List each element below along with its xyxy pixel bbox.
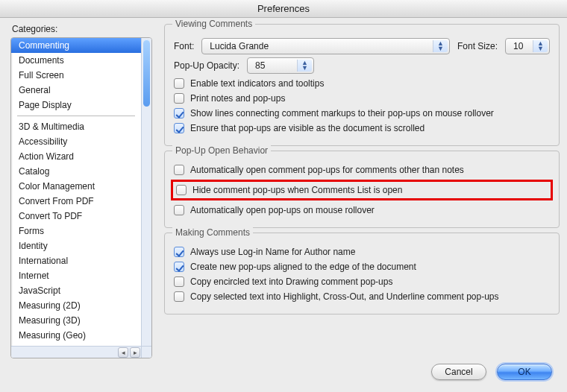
window-body: Categories: CommentingDocumentsFull Scre…: [0, 18, 567, 358]
checkbox-label: Hide comment pop-ups when Comments List …: [192, 185, 402, 195]
checkbox-label: Print notes and pop-ups: [190, 93, 285, 104]
checkbox-icon: [174, 165, 184, 175]
checkbox-label: Automatically open pop-ups on mouse roll…: [190, 205, 375, 215]
sidebar-item[interactable]: Measuring (3D): [11, 313, 141, 328]
checkbox-hide-when-list-open[interactable]: Hide comment pop-ups when Comments List …: [176, 185, 548, 195]
list-separator: [17, 116, 135, 116]
checkbox-icon: [174, 78, 184, 89]
viewing-comments-title: Viewing Comments: [172, 19, 255, 29]
vertical-scrollbar[interactable]: [141, 38, 151, 346]
window-title: Preferences: [0, 0, 567, 18]
horizontal-scrollbar[interactable]: ◂ ▸: [11, 346, 141, 358]
categories-listbox: CommentingDocumentsFull ScreenGeneralPag…: [10, 37, 152, 358]
sidebar-item[interactable]: Catalog: [11, 164, 141, 179]
sidebar-item[interactable]: Convert From PDF: [11, 194, 141, 209]
checkbox-ensure-visible[interactable]: Ensure that pop-ups are visible as the d…: [174, 123, 550, 133]
checkbox-auto-open-other[interactable]: Automatically open comment pop-ups for c…: [174, 165, 550, 175]
scroll-left-button[interactable]: ◂: [118, 347, 128, 358]
ok-button[interactable]: OK: [497, 364, 552, 380]
sidebar-item[interactable]: Page Display: [11, 98, 141, 113]
scroll-corner: [141, 346, 151, 358]
font-select[interactable]: Lucida Grande ▲▼: [201, 38, 450, 54]
sidebar-item[interactable]: Color Management: [11, 179, 141, 194]
making-comments-title: Making Comments: [172, 227, 253, 238]
checkbox-align-edge[interactable]: Create new pop-ups aligned to the edge o…: [174, 262, 550, 272]
sidebar-item[interactable]: Forms: [11, 224, 141, 238]
font-size-select[interactable]: 10 ▲▼: [505, 38, 550, 54]
sidebar-item[interactable]: Measuring (Geo): [11, 328, 141, 343]
sidebar-item[interactable]: JavaScript: [11, 283, 141, 298]
checkbox-icon: [176, 185, 187, 195]
checkbox-icon: [174, 262, 184, 272]
checkbox-label: Show lines connecting comment markups to…: [190, 108, 494, 118]
popup-behavior-title: Pop-Up Open Behavior: [172, 145, 271, 156]
popup-behavior-group: Pop-Up Open Behavior Automatically open …: [164, 151, 560, 228]
cancel-button[interactable]: Cancel: [431, 364, 486, 380]
font-select-value: Lucida Grande: [210, 41, 269, 51]
checkbox-label: Create new pop-ups aligned to the edge o…: [190, 262, 416, 272]
font-size-value: 10: [513, 41, 523, 51]
sidebar-item[interactable]: Action Wizard: [11, 149, 141, 164]
checkbox-auto-open-rollover[interactable]: Automatically open pop-ups on mouse roll…: [174, 205, 550, 215]
categories-column: Categories: CommentingDocumentsFull Scre…: [10, 24, 152, 358]
checkbox-icon: [174, 247, 184, 257]
checkbox-copy-selected[interactable]: Copy selected text into Highlight, Cross…: [174, 291, 550, 302]
checkbox-label: Automatically open comment pop-ups for c…: [190, 165, 464, 175]
sidebar-item[interactable]: Accessibility: [11, 134, 141, 149]
dialog-footer: Cancel OK: [0, 358, 567, 392]
highlighted-option: Hide comment pop-ups when Comments List …: [171, 180, 553, 200]
checkbox-copy-encircled[interactable]: Copy encircled text into Drawing comment…: [174, 276, 550, 287]
updown-icon: ▲▼: [533, 40, 548, 52]
checkbox-icon: [174, 291, 184, 302]
checkbox-print-notes[interactable]: Print notes and pop-ups: [174, 93, 550, 104]
font-size-label: Font Size:: [457, 41, 498, 51]
viewing-comments-group: Viewing Comments Font: Lucida Grande ▲▼ …: [164, 24, 560, 146]
opacity-select[interactable]: 85 ▲▼: [247, 57, 314, 74]
sidebar-item[interactable]: Measuring (2D): [11, 298, 141, 313]
sidebar-item[interactable]: General: [11, 83, 141, 98]
checkbox-icon: [174, 205, 184, 215]
categories-list[interactable]: CommentingDocumentsFull ScreenGeneralPag…: [11, 38, 151, 358]
categories-label: Categories:: [12, 24, 152, 34]
sidebar-item[interactable]: Convert To PDF: [11, 209, 141, 224]
sidebar-item[interactable]: Internet: [11, 268, 141, 283]
sidebar-item[interactable]: Documents: [11, 53, 141, 68]
checkbox-icon: [174, 93, 184, 104]
checkbox-label: Copy encircled text into Drawing comment…: [190, 276, 392, 287]
font-label: Font:: [174, 41, 194, 51]
checkbox-icon: [174, 276, 184, 287]
updown-icon: ▲▼: [297, 60, 312, 72]
checkbox-icon: [174, 123, 184, 133]
checkbox-show-lines[interactable]: Show lines connecting comment markups to…: [174, 108, 550, 118]
opacity-value: 85: [255, 60, 265, 71]
sidebar-item[interactable]: Identity: [11, 238, 141, 253]
scroll-thumb[interactable]: [143, 39, 150, 107]
checkbox-text-indicators[interactable]: Enable text indicators and tooltips: [174, 78, 550, 89]
sidebar-item[interactable]: 3D & Multimedia: [11, 119, 141, 134]
scroll-right-button[interactable]: ▸: [130, 347, 140, 358]
settings-content: Viewing Comments Font: Lucida Grande ▲▼ …: [152, 24, 560, 358]
preferences-window: Preferences Categories: CommentingDocume…: [0, 0, 567, 392]
sidebar-item[interactable]: Commenting: [11, 38, 141, 53]
checkbox-label: Ensure that pop-ups are visible as the d…: [190, 123, 425, 133]
making-comments-group: Making Comments Always use Log-in Name f…: [164, 233, 560, 314]
updown-icon: ▲▼: [433, 40, 448, 52]
checkbox-login-name[interactable]: Always use Log-in Name for Author name: [174, 247, 550, 257]
checkbox-label: Always use Log-in Name for Author name: [190, 247, 355, 257]
checkbox-icon: [174, 108, 184, 118]
sidebar-item[interactable]: Full Screen: [11, 68, 141, 83]
checkbox-label: Enable text indicators and tooltips: [190, 78, 324, 89]
checkbox-label: Copy selected text into Highlight, Cross…: [190, 291, 499, 302]
sidebar-item[interactable]: International: [11, 253, 141, 268]
opacity-label: Pop-Up Opacity:: [174, 60, 239, 71]
